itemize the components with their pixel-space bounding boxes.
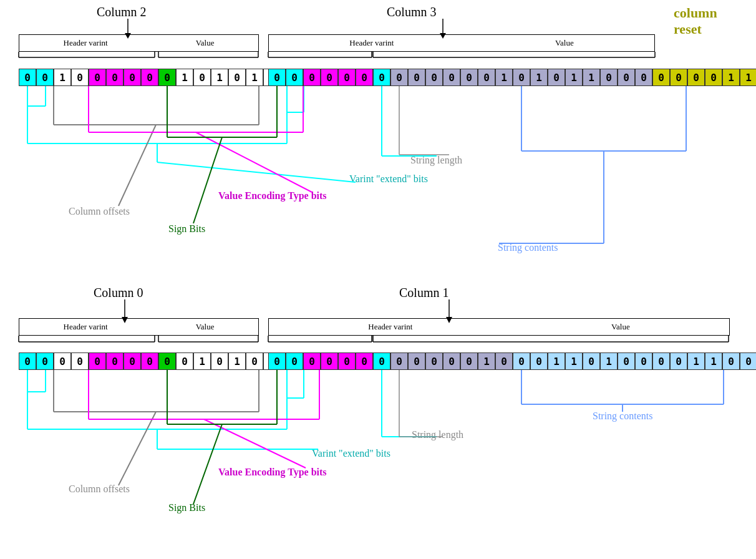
bit: 0 [635,352,652,370]
bit: 0 [71,69,89,86]
bit: 0 [158,352,176,370]
bit: 0 [443,352,460,370]
bit: 0 [106,69,124,86]
bit: 0 [652,352,670,370]
svg-line-37 [196,132,312,192]
bit: 0 [19,69,36,86]
bit: 0 [460,352,478,370]
bottom-byte-1: 0 0 0 0 0 0 0 0 [19,352,158,370]
bit: 1 [548,352,565,370]
bit: 0 [390,352,408,370]
bit: 0 [321,69,338,86]
bit: 0 [286,69,303,86]
bottom-string-length-label: String length [412,429,463,440]
bit: 0 [460,69,478,86]
bit: 0 [36,69,54,86]
bit: 1 [530,69,548,86]
bit: 1 [193,352,211,370]
bit: 1 [228,352,246,370]
col3-label: Column 3 [387,5,436,19]
top-byte-1: 0 0 1 0 0 0 0 0 [19,69,158,86]
bit: 0 [176,352,193,370]
bit: 0 [652,69,670,86]
bit: 0 [211,352,228,370]
bit: 0 [618,352,635,370]
bit: 0 [158,69,176,86]
bit: 1 [687,352,705,370]
bit: 1 [565,352,583,370]
top-byte-4: 0 0 0 0 0 0 0 1 [373,69,513,86]
bottom-byte-5: 0 0 1 1 0 1 0 0 [513,352,652,370]
col3-value: Value [555,38,574,48]
bit: 1 [495,69,513,86]
bit: 0 [390,69,408,86]
top-string-contents-label: String contents [498,242,558,253]
bit: 0 [408,352,425,370]
bit: 0 [530,352,548,370]
top-byte-5: 0 1 0 1 1 0 0 0 [513,69,652,86]
bit: 1 [705,352,722,370]
bit: 1 [722,69,740,86]
col2-value: Value [196,38,215,48]
bottom-string-contents-label: String contents [593,411,652,422]
col2-label: Column 2 [97,5,146,19]
bit: 1 [565,69,583,86]
bit: 0 [246,352,263,370]
bit: 0 [36,352,54,370]
bit: 0 [670,69,687,86]
bit: 0 [141,352,158,370]
bit: 0 [408,69,425,86]
bit: 0 [19,352,36,370]
bit: 0 [548,69,565,86]
bit: 0 [338,352,356,370]
col-reset-label: columnreset [674,5,717,38]
bit: 0 [740,352,756,370]
svg-line-89 [193,424,222,504]
diagram: Column 2 Column 3 columnreset Header var… [0,0,756,559]
bottom-col-offsets-label: Column offsets [69,484,130,495]
col2-header-box: Header varint Value [19,34,259,52]
bit: 0 [338,69,356,86]
bit: 1 [600,352,618,370]
bit: 0 [670,352,687,370]
bit: 0 [303,69,321,86]
bit: 1 [246,69,263,86]
bit: 0 [321,352,338,370]
svg-line-41 [193,137,222,223]
bit: 0 [303,352,321,370]
bit: 0 [687,69,705,86]
bit: 0 [425,352,443,370]
bottom-byte-6: 0 0 1 1 0 0 1 0 [652,352,756,370]
bit: 0 [268,69,286,86]
bottom-value-encoding-label: Value Encoding Type bits [218,467,327,478]
bit: 0 [478,69,495,86]
bit: 0 [373,69,390,86]
col0-label: Column 0 [94,286,143,300]
bottom-byte-4: 0 0 0 0 0 0 1 0 [373,352,513,370]
col1-value: Value [611,322,630,332]
bit: 1 [740,69,756,86]
bit: 0 [124,69,141,86]
col1-label: Column 1 [399,286,448,300]
bit: 0 [635,69,652,86]
bit: 0 [89,69,106,86]
bit: 0 [705,69,722,86]
top-value-encoding-label: Value Encoding Type bits [218,190,327,202]
bit: 0 [618,69,635,86]
bit: 0 [356,352,373,370]
bottom-varint-extend-label: Varint "extend" bits [312,448,390,459]
bit: 0 [513,352,530,370]
bit: 1 [211,69,228,86]
col3-header-box: Header varint Value [268,34,655,52]
bit: 0 [722,352,740,370]
svg-line-85 [204,419,306,468]
col1-header-box: Header varint Value [268,318,730,336]
bit: 0 [71,352,89,370]
bit: 1 [583,69,600,86]
svg-line-81 [119,412,156,485]
bit: 0 [228,69,246,86]
col2-header-varint: Header varint [64,38,108,48]
bottom-sign-bits-label: Sign Bits [168,502,205,513]
bit: 0 [495,352,513,370]
bit: 0 [124,352,141,370]
